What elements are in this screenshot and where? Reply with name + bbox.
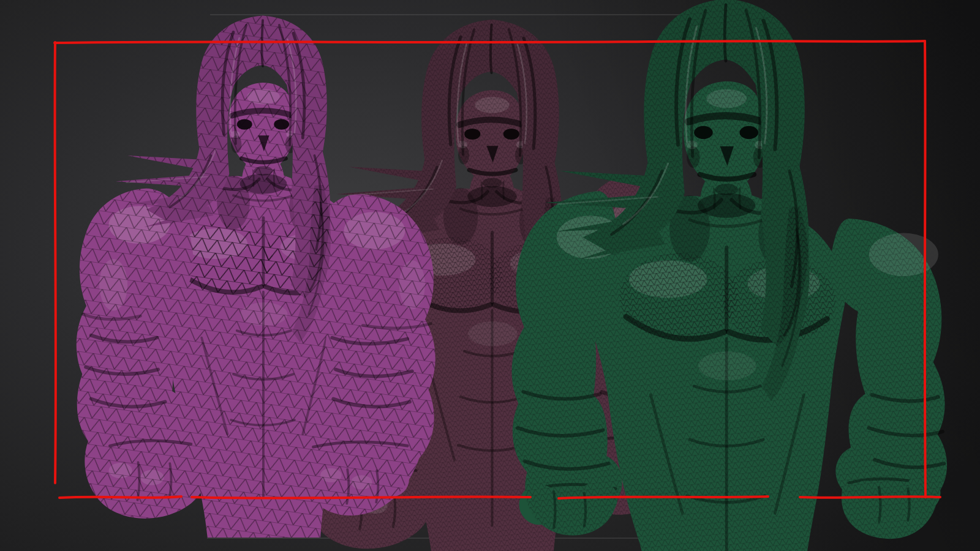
annotation-edge-right bbox=[925, 41, 925, 497]
demon-figure-right-green bbox=[512, 0, 948, 551]
demon-figure-center-maroon-p-head bbox=[455, 90, 526, 188]
demon-figure-left-magenta bbox=[77, 16, 435, 538]
annotation-edge-bottom-seg3 bbox=[559, 497, 768, 498]
annotation-edge-bottom-seg2 bbox=[192, 497, 530, 498]
annotation-edge-bottom-seg4 bbox=[800, 497, 940, 498]
demon-figure-left-magenta-p-head bbox=[228, 83, 296, 176]
demon-figure-right-green-p-arm-r2 bbox=[830, 219, 947, 539]
annotation-edge-left bbox=[55, 42, 56, 483]
sculpt-render bbox=[0, 0, 980, 551]
annotation-edge-bottom-seg1 bbox=[59, 497, 181, 498]
viewport-background bbox=[0, 0, 980, 551]
figures-layer bbox=[77, 0, 947, 551]
demon-figure-right-green-p-head bbox=[684, 81, 766, 195]
